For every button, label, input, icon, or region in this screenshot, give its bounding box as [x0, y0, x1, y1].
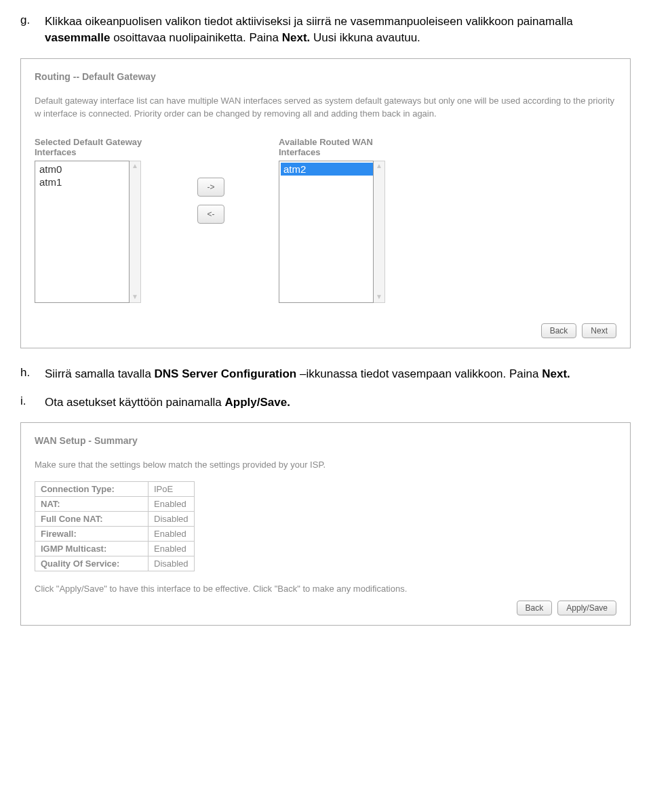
column-header: Available Routed WAN Interfaces [279, 137, 414, 158]
table-row: Firewall:Enabled [35, 526, 195, 541]
step-text: Klikkaa oikeanpuolisen valikon tiedot ak… [45, 14, 631, 46]
text-bold: DNS Server Configuration [155, 367, 297, 380]
summary-value: Disabled [149, 556, 195, 571]
step-letter: h. [20, 366, 45, 382]
listbox-wrap: atm2 ▲ ▼ [279, 161, 414, 303]
interface-transfer-row: Selected Default Gateway Interfaces atm0… [35, 137, 616, 303]
summary-key: IGMP Multicast: [35, 541, 149, 556]
table-row: Quality Of Service:Disabled [35, 556, 195, 571]
next-button[interactable]: Next [582, 323, 616, 338]
list-item[interactable]: atm0 [37, 163, 129, 176]
wan-summary-panel: WAN Setup - Summary Make sure that the s… [20, 422, 631, 626]
table-row: IGMP Multicast:Enabled [35, 541, 195, 556]
move-right-button[interactable]: -> [197, 178, 224, 197]
routing-panel: Routing -- Default Gateway Default gatew… [20, 58, 631, 348]
table-row: NAT:Enabled [35, 496, 195, 511]
summary-value: Enabled [149, 541, 195, 556]
summary-value: Enabled [149, 526, 195, 541]
panel-footer-buttons: Back Apply/Save [35, 601, 616, 615]
summary-key: NAT: [35, 496, 149, 511]
selected-gateway-column: Selected Default Gateway Interfaces atm0… [35, 137, 170, 303]
summary-key: Quality Of Service: [35, 556, 149, 571]
move-left-button[interactable]: <- [197, 205, 224, 224]
apply-save-button[interactable]: Apply/Save [557, 601, 616, 615]
selected-gateway-listbox[interactable]: atm0 atm1 [35, 161, 130, 303]
text-part: Ota asetukset käyttöön painamalla [45, 396, 225, 409]
text-part: Siirrä samalla tavalla [45, 367, 155, 380]
text-part: osoittavaa nuolipainiketta. Paina [110, 31, 281, 44]
back-button[interactable]: Back [517, 601, 553, 615]
summary-key: Full Cone NAT: [35, 511, 149, 526]
text-bold: vasemmalle [45, 31, 110, 44]
summary-value: IPoE [149, 481, 195, 496]
step-text: Ota asetukset käyttöön painamalla Apply/… [45, 394, 631, 411]
header-line: Interfaces [35, 147, 76, 157]
summary-value: Disabled [149, 511, 195, 526]
summary-table: Connection Type:IPoE NAT:Enabled Full Co… [35, 481, 195, 571]
scrollbar[interactable]: ▲ ▼ [374, 161, 385, 303]
summary-value: Enabled [149, 496, 195, 511]
panel-title: WAN Setup - Summary [35, 435, 616, 446]
summary-key: Firewall: [35, 526, 149, 541]
panel-title: Routing -- Default Gateway [35, 71, 616, 82]
text-part: –ikkunassa tiedot vasempaan valikkoon. P… [296, 367, 542, 380]
panel-footer-buttons: Back Next [35, 323, 616, 338]
step-letter: g. [20, 14, 45, 46]
header-line: Selected Default Gateway [35, 137, 142, 147]
panel-description: Make sure that the settings below match … [35, 458, 616, 472]
text-bold: Next. [542, 367, 570, 380]
instruction-step-g: g. Klikkaa oikeanpuolisen valikon tiedot… [20, 14, 631, 46]
instruction-step-i: i. Ota asetukset käyttöön painamalla App… [20, 394, 631, 411]
listbox-wrap: atm0 atm1 ▲ ▼ [35, 161, 170, 303]
step-text: Siirrä samalla tavalla DNS Server Config… [45, 366, 631, 382]
available-wan-listbox[interactable]: atm2 [279, 161, 374, 303]
text-bold: Next. [282, 31, 311, 44]
instruction-step-h: h. Siirrä samalla tavalla DNS Server Con… [20, 366, 631, 382]
scroll-down-icon[interactable]: ▼ [130, 292, 140, 302]
transfer-buttons: -> <- [197, 178, 224, 224]
panel-description: Default gateway interface list can have … [35, 94, 616, 121]
back-button[interactable]: Back [541, 323, 577, 338]
panel-footer-text: Click "Apply/Save" to have this interfac… [35, 584, 616, 594]
column-header: Selected Default Gateway Interfaces [35, 137, 170, 158]
step-letter: i. [20, 394, 45, 411]
text-part: Klikkaa oikeanpuolisen valikon tiedot ak… [45, 15, 573, 28]
scroll-down-icon[interactable]: ▼ [374, 292, 384, 302]
summary-key: Connection Type: [35, 481, 149, 496]
scroll-up-icon[interactable]: ▲ [130, 161, 140, 171]
scroll-up-icon[interactable]: ▲ [374, 161, 384, 171]
table-row: Connection Type:IPoE [35, 481, 195, 496]
scrollbar[interactable]: ▲ ▼ [130, 161, 141, 303]
header-line: Available Routed WAN [279, 137, 373, 147]
table-row: Full Cone NAT:Disabled [35, 511, 195, 526]
text-part: Uusi ikkuna avautuu. [310, 31, 420, 44]
text-bold: Apply/Save. [225, 396, 290, 409]
list-item[interactable]: atm1 [37, 176, 129, 189]
header-line: Interfaces [279, 147, 320, 157]
available-wan-column: Available Routed WAN Interfaces atm2 ▲ ▼ [279, 137, 414, 303]
list-item[interactable]: atm2 [281, 163, 373, 176]
